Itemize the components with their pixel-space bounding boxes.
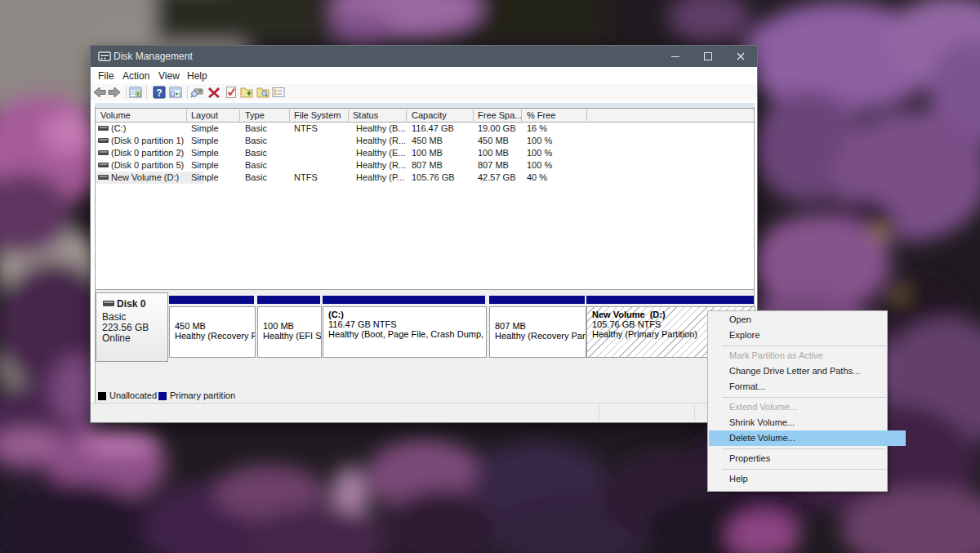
svg-text:?: ? xyxy=(156,87,162,99)
